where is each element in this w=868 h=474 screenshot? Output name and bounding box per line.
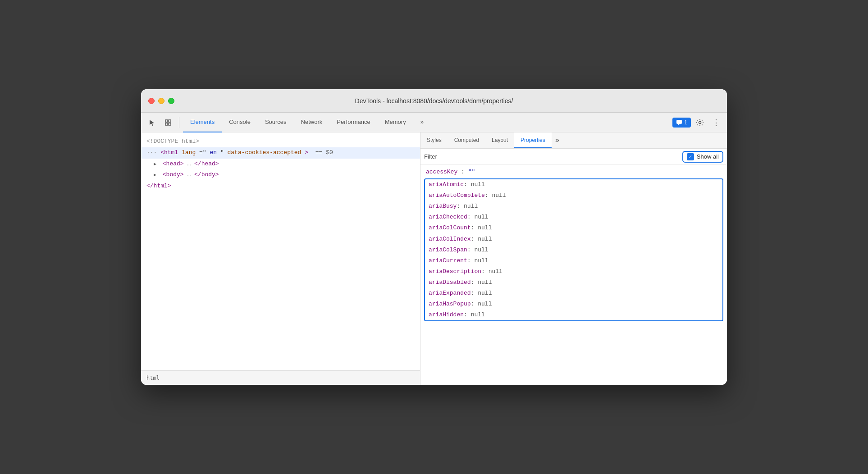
svg-rect-3 bbox=[169, 123, 171, 125]
show-all-container[interactable]: ✓ Show all bbox=[682, 151, 723, 163]
toolbar-right: 1 ⋮ bbox=[672, 115, 723, 130]
prop-ariaBusy: ariaBusy: null bbox=[425, 201, 722, 212]
props-tabs: Styles Computed Layout Properties » bbox=[420, 132, 727, 149]
doctype-text: <!DOCTYPE html> bbox=[146, 138, 199, 145]
dom-footer-tag: html bbox=[146, 375, 160, 381]
prop-ariaCurrent: ariaCurrent: null bbox=[425, 255, 722, 266]
props-aria-box: ariaAtomic: nullariaAutoComplete: nullar… bbox=[424, 178, 723, 321]
prop-ariaExpanded: ariaExpanded: null bbox=[425, 288, 722, 299]
prop-ariaColCount: ariaColCount: null bbox=[425, 223, 722, 233]
dom-body-line[interactable]: ▶ <body> … </body> bbox=[141, 169, 420, 181]
comments-button[interactable]: 1 bbox=[672, 118, 691, 128]
tab-layout[interactable]: Layout bbox=[485, 132, 514, 148]
dom-footer: html bbox=[141, 370, 420, 385]
toolbar-divider bbox=[179, 117, 179, 128]
filter-label: Filter bbox=[424, 153, 679, 160]
tab-sources[interactable]: Sources bbox=[258, 113, 294, 132]
tab-computed[interactable]: Computed bbox=[448, 132, 485, 148]
main-content: <!DOCTYPE html> ··· <html lang =" en " d… bbox=[141, 132, 727, 385]
minimize-button[interactable] bbox=[158, 98, 164, 104]
cursor-icon[interactable] bbox=[145, 115, 159, 130]
tab-properties[interactable]: Properties bbox=[514, 132, 552, 148]
prop-ariaHidden: ariaHidden: null bbox=[425, 310, 722, 320]
dom-panel: <!DOCTYPE html> ··· <html lang =" en " d… bbox=[141, 132, 420, 385]
comment-count: 1 bbox=[684, 119, 687, 126]
svg-rect-4 bbox=[676, 120, 682, 124]
tab-memory[interactable]: Memory bbox=[378, 113, 413, 132]
dom-content: <!DOCTYPE html> ··· <html lang =" en " d… bbox=[141, 132, 420, 370]
more-options-button[interactable]: ⋮ bbox=[709, 115, 723, 130]
inspect-icon[interactable] bbox=[161, 115, 175, 130]
prop-ariaHasPopup: ariaHasPopup: null bbox=[425, 299, 722, 310]
devtools-window: DevTools - localhost:8080/docs/devtools/… bbox=[141, 89, 727, 385]
props-filter-row: Filter ✓ Show all bbox=[420, 149, 727, 165]
main-tabs: Elements Console Sources Network Perform… bbox=[183, 113, 431, 132]
prop-ariaColIndex: ariaColIndex: null bbox=[425, 234, 722, 245]
window-title: DevTools - localhost:8080/docs/devtools/… bbox=[355, 97, 513, 105]
maximize-button[interactable] bbox=[168, 98, 174, 104]
prop-ariaAutoComplete: ariaAutoComplete: null bbox=[425, 190, 722, 201]
svg-point-5 bbox=[699, 121, 701, 123]
props-panel: Styles Computed Layout Properties » Filt… bbox=[420, 132, 727, 385]
prop-ariaAtomic: ariaAtomic: null bbox=[425, 179, 722, 190]
aria-props-list: ariaAtomic: nullariaAutoComplete: nullar… bbox=[425, 179, 722, 320]
tab-elements[interactable]: Elements bbox=[183, 113, 222, 132]
prop-access-key: accessKey : "" bbox=[420, 167, 727, 178]
toolbar: Elements Console Sources Network Perform… bbox=[141, 113, 727, 132]
tab-more[interactable]: » bbox=[413, 113, 431, 132]
svg-rect-2 bbox=[165, 123, 168, 125]
tab-console[interactable]: Console bbox=[222, 113, 258, 132]
dom-doctype-line: <!DOCTYPE html> bbox=[141, 136, 420, 147]
tab-performance[interactable]: Performance bbox=[329, 113, 377, 132]
props-content: accessKey : "" ariaAtomic: nullariaAutoC… bbox=[420, 165, 727, 385]
tab-network[interactable]: Network bbox=[294, 113, 330, 132]
settings-button[interactable] bbox=[693, 115, 707, 130]
dom-html-close-line: </html> bbox=[141, 181, 420, 192]
dom-head-line[interactable]: ▶ <head> … </head> bbox=[141, 159, 420, 170]
show-all-checkbox[interactable]: ✓ bbox=[687, 153, 694, 160]
prop-ariaChecked: ariaChecked: null bbox=[425, 212, 722, 223]
show-all-label: Show all bbox=[697, 153, 719, 160]
svg-rect-0 bbox=[165, 120, 168, 122]
close-button[interactable] bbox=[148, 98, 155, 104]
titlebar: DevTools - localhost:8080/docs/devtools/… bbox=[141, 89, 727, 113]
prop-ariaColSpan: ariaColSpan: null bbox=[425, 245, 722, 255]
traffic-lights bbox=[148, 98, 174, 104]
props-tab-more[interactable]: » bbox=[552, 132, 563, 148]
prop-ariaDescription: ariaDescription: null bbox=[425, 266, 722, 277]
prop-ariaDisabled: ariaDisabled: null bbox=[425, 277, 722, 288]
svg-rect-1 bbox=[169, 120, 171, 122]
tab-styles[interactable]: Styles bbox=[420, 132, 448, 148]
dom-html-line[interactable]: ··· <html lang =" en " data-cookies-acce… bbox=[141, 147, 420, 159]
